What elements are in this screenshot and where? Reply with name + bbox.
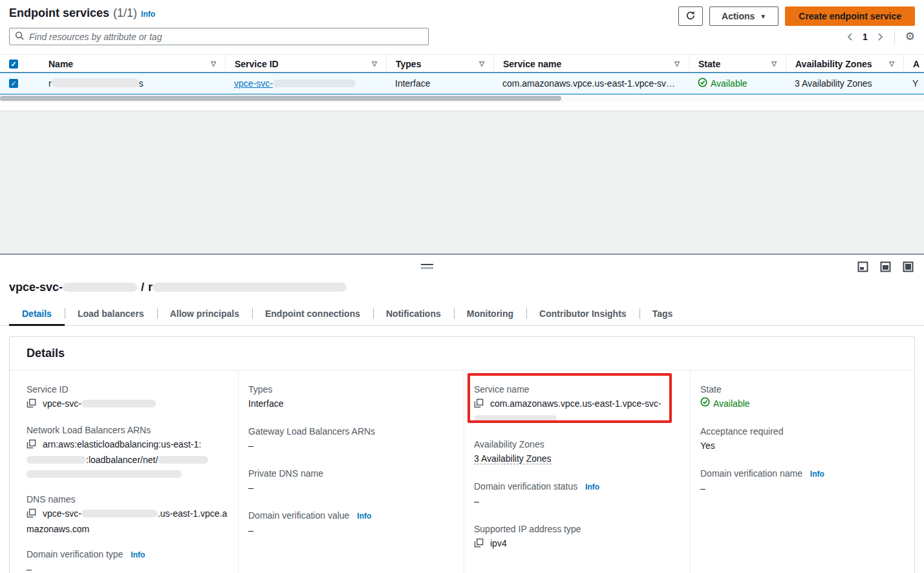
sort-icon[interactable]: ▽ [889, 60, 894, 67]
redacted-text [158, 456, 208, 464]
cell-service-id: vpce-svc- [225, 78, 386, 89]
info-link[interactable]: Info [357, 512, 371, 521]
copy-icon[interactable] [474, 537, 484, 552]
split-panel-drag-handle[interactable] [421, 264, 433, 269]
sort-icon[interactable]: ▽ [479, 60, 484, 67]
column-header-types[interactable]: Types ▽ [386, 55, 493, 72]
copy-icon[interactable] [27, 508, 36, 522]
horizontal-scrollbar-thumb[interactable] [0, 96, 561, 101]
redacted-text [81, 400, 156, 407]
field-state: State Available [700, 382, 905, 411]
field-acceptance-required: Acceptance required Yes [700, 424, 905, 453]
cell-availability-zones: 3 Availability Zones [786, 78, 903, 89]
cell-truncated: Y [903, 78, 924, 89]
detail-tabs: Details Load balancers Allow principals … [0, 303, 924, 326]
cell-types: Interface [386, 78, 493, 89]
create-endpoint-service-button[interactable]: Create endpoint service [785, 6, 915, 26]
field-service-name: Service name com.amazonaws.vpce.us-east-… [474, 382, 680, 426]
field-domain-verification-name: Domain verification name Info – [700, 466, 905, 495]
field-nlb-arns: Network Load Balancers ARNs arn:aws:elas… [27, 423, 228, 481]
search-icon [15, 31, 25, 43]
detail-split-panel: vpce-svc-/r Details Load balancers Allow… [0, 254, 924, 573]
row-checkbox[interactable]: ✓ [9, 79, 18, 88]
available-check-icon [698, 78, 707, 89]
preferences-gear-icon[interactable]: ⚙ [905, 31, 915, 42]
refresh-button[interactable] [678, 6, 703, 26]
info-link[interactable]: Info [810, 470, 824, 479]
field-availability-zones: Availability Zones 3 Availability Zones [474, 437, 680, 466]
table-footer-spacer [0, 102, 924, 111]
field-domain-verification-status: Domain verification status Info – [474, 479, 680, 508]
service-id-link[interactable]: vpce-svc- [234, 78, 356, 89]
column-header-truncated[interactable]: A [903, 55, 924, 72]
details-card-heading: Details [10, 337, 914, 371]
tab-endpoint-connections[interactable]: Endpoint connections [252, 303, 373, 325]
sort-icon[interactable]: ▽ [211, 60, 216, 67]
redacted-text [273, 80, 356, 87]
field-types: Types Interface [248, 382, 454, 411]
tab-load-balancers[interactable]: Load balancers [65, 303, 157, 325]
panel-size-small-icon[interactable] [857, 261, 868, 274]
search-input[interactable] [29, 32, 423, 42]
redacted-text [27, 470, 182, 478]
sort-icon[interactable]: ▽ [372, 60, 377, 67]
field-domain-verification-type: Domain verification type Info – [27, 547, 228, 573]
pagination-separator [894, 29, 895, 45]
column-header-service-name[interactable]: Service name ▽ [493, 55, 689, 72]
select-all-checkbox[interactable]: ✓ [9, 59, 18, 69]
availability-zones-popover[interactable]: 3 Availability Zones [474, 453, 552, 464]
actions-button-label: Actions [722, 11, 755, 21]
endpoint-services-table: ✓ Name ▽ Service ID ▽ Types ▽ Service na… [0, 54, 924, 111]
pagination-next-icon[interactable] [877, 32, 884, 41]
tab-tags[interactable]: Tags [639, 303, 686, 325]
tab-contributor-insights[interactable]: Contributor Insights [526, 303, 639, 325]
info-link[interactable]: Info [585, 482, 599, 492]
column-header-service-id[interactable]: Service ID ▽ [225, 55, 386, 72]
details-column-1: Service ID vpce-svc- Network Load Balanc… [10, 371, 238, 573]
redacted-text [27, 456, 86, 464]
available-check-icon [700, 396, 710, 411]
cell-name: rs [39, 78, 225, 89]
cell-state: Available [689, 78, 786, 89]
copy-icon[interactable] [27, 438, 36, 453]
page-title-text: Endpoint services [9, 6, 109, 20]
panel-title: vpce-svc-/r [0, 255, 924, 294]
availability-zones-popover[interactable]: 3 Availability Zones [795, 78, 872, 89]
copy-icon[interactable] [474, 398, 484, 412]
table-row[interactable]: ✓ rs vpce-svc- Interface com.amazonaws.v… [0, 72, 924, 94]
table-header-row: ✓ Name ▽ Service ID ▽ Types ▽ Service na… [0, 55, 924, 72]
create-button-label: Create endpoint service [799, 11, 901, 21]
redacted-text [153, 283, 347, 292]
title-info-link[interactable]: Info [141, 10, 155, 19]
tab-details[interactable]: Details [9, 303, 65, 325]
search-box[interactable] [9, 28, 429, 45]
details-card: Details Service ID vpce-svc- Network Loa… [9, 336, 915, 573]
field-service-id: Service ID vpce-svc- [27, 382, 228, 412]
sort-icon[interactable]: ▽ [674, 60, 680, 67]
redacted-text [81, 510, 158, 517]
column-header-name[interactable]: Name ▽ [39, 55, 225, 72]
pagination-prev-icon[interactable] [846, 32, 854, 41]
details-column-2: Types Interface Gateway Load Balancers A… [238, 371, 464, 573]
panel-size-full-icon[interactable] [903, 261, 914, 274]
caret-down-icon: ▼ [760, 13, 766, 20]
sort-icon[interactable]: ▽ [771, 60, 777, 67]
cell-service-name: com.amazonaws.vpce.us-east-1.vpce-sv… [493, 78, 689, 89]
details-column-4: State Available Acceptance required Yes [690, 371, 914, 573]
redacted-text [474, 415, 557, 423]
refresh-icon [685, 10, 696, 23]
column-header-state[interactable]: State ▽ [689, 55, 786, 72]
info-link[interactable]: Info [131, 550, 145, 559]
tab-allow-principals[interactable]: Allow principals [157, 303, 252, 325]
horizontal-scrollbar [0, 94, 924, 102]
tab-notifications[interactable]: Notifications [373, 303, 454, 325]
actions-button[interactable]: Actions ▼ [709, 6, 779, 26]
panel-size-medium-icon[interactable] [880, 261, 891, 274]
copy-icon[interactable] [27, 398, 36, 412]
pagination-current-page[interactable]: 1 [863, 32, 868, 42]
column-header-availability-zones[interactable]: Availability Zones ▽ [786, 55, 903, 72]
details-column-3: Service name com.amazonaws.vpce.us-east-… [464, 371, 690, 573]
tab-monitoring[interactable]: Monitoring [454, 303, 526, 325]
page-background [0, 111, 924, 254]
endpoint-services-list-section: Endpoint services (1/1) Info Actions ▼ C… [0, 0, 924, 111]
